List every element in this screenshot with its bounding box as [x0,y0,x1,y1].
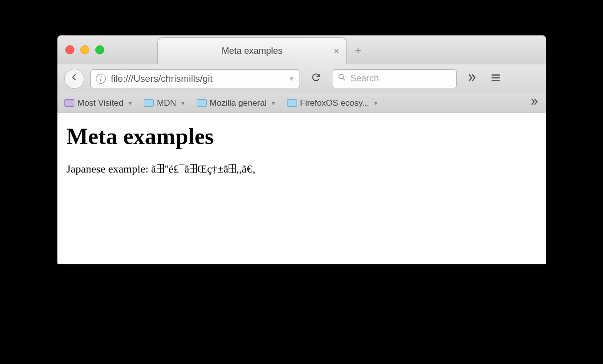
bookmark-label: FirefoxOS ecosy... [300,98,369,108]
bookmark-firefoxos[interactable]: FirefoxOS ecosy... ▼ [287,98,378,108]
back-arrow-icon [69,72,79,85]
paragraph-prefix: Japanese example: [66,163,151,175]
close-tab-button[interactable]: × [333,45,339,57]
url-bar[interactable]: i file:///Users/chrismills/git ▼ [90,69,300,88]
tofu-glyph-icon [157,164,164,173]
traffic-lights [57,45,104,54]
bookmark-label: MDN [157,98,176,108]
titlebar: Meta examples × + [57,35,546,64]
reload-button[interactable] [306,69,326,89]
search-icon [337,73,346,84]
bookmark-mdn[interactable]: MDN ▼ [144,98,186,108]
tab-title: Meta examples [222,46,283,56]
svg-point-0 [339,74,343,79]
page-content: Meta examples Japanese example: ã"é£¯ãŒç… [57,113,546,264]
close-window-button[interactable] [65,45,74,54]
search-input[interactable] [350,73,451,84]
url-text: file:///Users/chrismills/git [111,73,284,84]
chevron-down-icon: ▼ [127,100,133,106]
browser-window: Meta examples × + i file:///Users/chrism… [57,35,546,264]
back-button[interactable] [64,69,84,89]
chevron-down-icon: ▼ [373,100,379,106]
garbled-text: ã"é£¯ãŒç†±ã,,ã€‚ [151,163,256,175]
minimize-window-button[interactable] [80,45,89,54]
bookmark-label: Mozilla general [210,98,267,108]
chevron-down-icon: ▼ [271,100,276,106]
toolbar-overflow-button[interactable] [463,70,481,88]
search-bar[interactable] [332,69,457,88]
url-dropdown-icon[interactable]: ▼ [289,75,295,82]
chevron-double-right-icon [529,99,539,109]
page-heading: Meta examples [66,123,537,150]
page-paragraph: Japanese example: ã"é£¯ãŒç†±ã,,ã€‚ [66,163,537,176]
chevron-down-icon: ▼ [180,100,186,106]
bookmarks-toolbar: Most Visited ▼ MDN ▼ Mozilla general ▼ F… [57,93,546,113]
bookmark-most-visited[interactable]: Most Visited ▼ [64,98,133,108]
toolbar: i file:///Users/chrismills/git ▼ [57,64,546,93]
folder-icon [144,99,154,107]
folder-icon [64,99,74,107]
tofu-glyph-icon [229,164,236,173]
hamburger-icon [490,72,501,85]
chevron-double-right-icon [466,72,477,85]
bookmarks-overflow-button[interactable] [529,97,539,109]
bookmark-mozilla-general[interactable]: Mozilla general ▼ [197,98,276,108]
folder-icon [197,99,207,107]
maximize-window-button[interactable] [95,45,104,54]
tofu-glyph-icon [190,164,197,173]
bookmark-label: Most Visited [77,98,123,108]
folder-icon [287,99,297,107]
browser-tab[interactable]: Meta examples × [157,37,347,64]
svg-line-1 [343,78,345,80]
new-tab-button[interactable]: + [355,44,361,57]
site-info-icon[interactable]: i [96,74,106,84]
reload-icon [311,72,321,85]
menu-button[interactable] [487,70,505,88]
